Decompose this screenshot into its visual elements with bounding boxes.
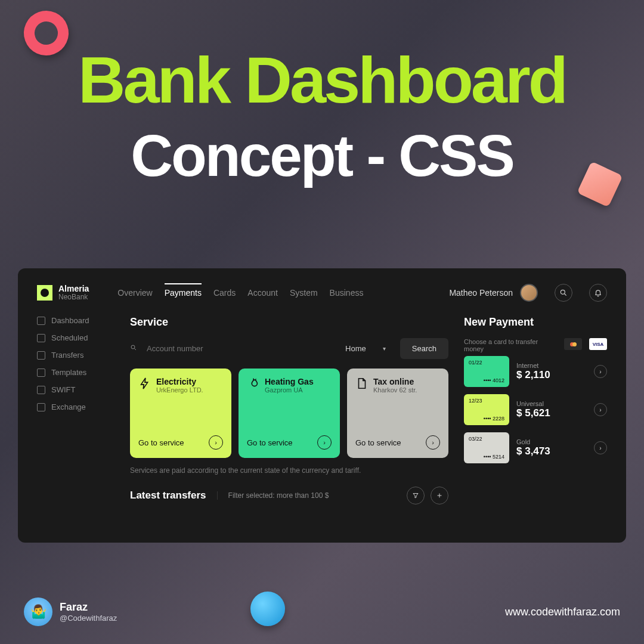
funnel-icon (412, 492, 419, 499)
service-name: Electricity (156, 377, 203, 386)
search-icon (130, 344, 137, 353)
logo-mark-icon (37, 285, 52, 301)
bolt-icon (138, 377, 151, 390)
sidebar-icon (37, 317, 45, 325)
transfers-title: Latest transfers (130, 490, 206, 501)
payment-label: Universal (516, 400, 587, 407)
payment-row-internet[interactable]: 01/22•••• 4012Internet$ 2,110› (464, 356, 607, 387)
service-sub: Kharkov 62 str. (373, 386, 417, 394)
chevron-down-icon: ▾ (383, 345, 386, 352)
svg-point-0 (561, 290, 565, 294)
arrow-right-icon[interactable]: › (594, 365, 607, 378)
svg-point-2 (131, 345, 135, 349)
payment-amount: $ 3,473 (516, 445, 587, 457)
arrow-right-icon[interactable]: › (209, 435, 223, 450)
service-cta: Go to service (247, 438, 293, 447)
nav-tabs: OverviewPaymentsCardsAccountSystemBusine… (117, 284, 363, 301)
add-icon-button[interactable] (431, 487, 448, 504)
sidebar-item-scheduled[interactable]: Scheduled (37, 333, 114, 342)
service-sub: UrkEnergo LTD. (156, 386, 203, 394)
bell-icon-button[interactable] (589, 284, 607, 302)
search-button[interactable]: Search (400, 338, 448, 359)
service-card-electricity[interactable]: ElectricityUrkEnergo LTD.Go to service› (130, 369, 231, 458)
svg-line-3 (135, 349, 137, 351)
arrow-right-icon[interactable]: › (594, 441, 607, 454)
mastercard-icon[interactable] (564, 338, 582, 350)
new-payment-subtitle: Choose a card to transfer money (464, 338, 557, 352)
logo-primary: Almeria (58, 284, 89, 293)
author-avatar: 🤷‍♂️ (24, 597, 52, 626)
service-card-tax-online[interactable]: Tax onlineKharkov 62 str.Go to service› (347, 369, 448, 458)
sidebar-item-label: SWIFT (51, 385, 75, 394)
mini-card[interactable]: 01/22•••• 4012 (464, 356, 509, 387)
payment-label: Gold (516, 438, 587, 445)
transfers-header: Latest transfers Filter selected: more t… (130, 487, 448, 504)
tab-account[interactable]: Account (247, 284, 278, 301)
sidebar-icon (37, 403, 45, 411)
payment-row-gold[interactable]: 03/22•••• 5214Gold$ 3,473› (464, 432, 607, 463)
search-icon (559, 289, 568, 297)
service-sub: Gazprom UA (265, 386, 314, 394)
service-note: Services are paid according to the curre… (130, 466, 448, 475)
arrow-right-icon[interactable]: › (426, 435, 440, 450)
hero: Bank Dashboard Concept - CSS (0, 49, 644, 190)
doc-icon (355, 377, 369, 390)
payment-amount: $ 5,621 (516, 407, 587, 419)
sidebar-icon (37, 386, 45, 394)
payment-rows: 01/22•••• 4012Internet$ 2,110›12/23•••• … (464, 356, 607, 463)
account-number-input[interactable] (147, 344, 336, 353)
visa-icon[interactable]: VISA (589, 338, 607, 350)
logo-secondary: NeoBank (58, 293, 89, 301)
author-handle: @Codewithfaraz (60, 614, 117, 623)
footer: 🤷‍♂️ Faraz @Codewithfaraz www.codewithfa… (24, 597, 620, 626)
transfers-filter: Filter selected: more than 100 $ (217, 491, 329, 500)
sidebar-item-label: Exchange (51, 402, 86, 411)
hero-line2: Concept - CSS (0, 122, 644, 190)
user-name: Matheo Peterson (449, 288, 513, 298)
logo[interactable]: Almeria NeoBank (37, 284, 89, 302)
service-search-row: Home ▾ Search (130, 338, 448, 359)
service-card-heating-gas[interactable]: Heating GasGazprom UAGo to service› (239, 369, 340, 458)
user-block[interactable]: Matheo Peterson (449, 284, 538, 302)
sidebar-item-label: Templates (51, 368, 86, 377)
mini-card[interactable]: 03/22•••• 5214 (464, 432, 509, 463)
plus-icon (436, 492, 443, 499)
sidebar-icon (37, 369, 45, 377)
card-last4: •••• 2228 (484, 416, 504, 422)
payment-row-universal[interactable]: 12/23•••• 2228Universal$ 5,621› (464, 394, 607, 425)
sidebar-item-dashboard[interactable]: Dashboard (37, 316, 114, 325)
tab-system[interactable]: System (290, 284, 318, 301)
sidebar-item-transfers[interactable]: Transfers (37, 351, 114, 360)
new-payment-title: New Payment (464, 316, 607, 329)
sidebar-item-templates[interactable]: Templates (37, 368, 114, 377)
tab-cards[interactable]: Cards (213, 284, 236, 301)
sidebar-item-label: Scheduled (51, 333, 88, 342)
service-title: Service (130, 316, 448, 329)
sidebar-icon (37, 334, 45, 342)
new-payment-subtitle-row: Choose a card to transfer money VISA (464, 338, 607, 352)
service-cards: ElectricityUrkEnergo LTD.Go to service›H… (130, 369, 448, 458)
logo-text: Almeria NeoBank (58, 284, 89, 302)
card-last4: •••• 4012 (484, 377, 504, 383)
arrow-right-icon[interactable]: › (594, 403, 607, 416)
sidebar: DashboardScheduledTransfersTemplatesSWIF… (37, 316, 114, 527)
mini-card[interactable]: 12/23•••• 2228 (464, 394, 509, 425)
service-cta: Go to service (138, 438, 184, 447)
arrow-right-icon[interactable]: › (317, 435, 332, 450)
filter-icon-button[interactable] (407, 487, 425, 504)
search-icon-button[interactable] (555, 284, 572, 302)
author-block: 🤷‍♂️ Faraz @Codewithfaraz (24, 597, 117, 626)
sidebar-item-exchange[interactable]: Exchange (37, 402, 114, 411)
tab-overview[interactable]: Overview (117, 284, 152, 301)
tab-business[interactable]: Business (330, 284, 364, 301)
new-payment-column: New Payment Choose a card to transfer mo… (464, 316, 607, 527)
service-cta: Go to service (355, 438, 401, 447)
card-expiry: 01/22 (469, 360, 504, 366)
card-expiry: 03/22 (469, 436, 504, 442)
category-select[interactable]: Home ▾ (345, 344, 391, 353)
avatar[interactable] (520, 284, 538, 302)
tab-payments[interactable]: Payments (165, 283, 202, 301)
service-name: Tax online (373, 377, 417, 386)
sidebar-item-swift[interactable]: SWIFT (37, 385, 114, 394)
service-name: Heating Gas (265, 377, 314, 386)
